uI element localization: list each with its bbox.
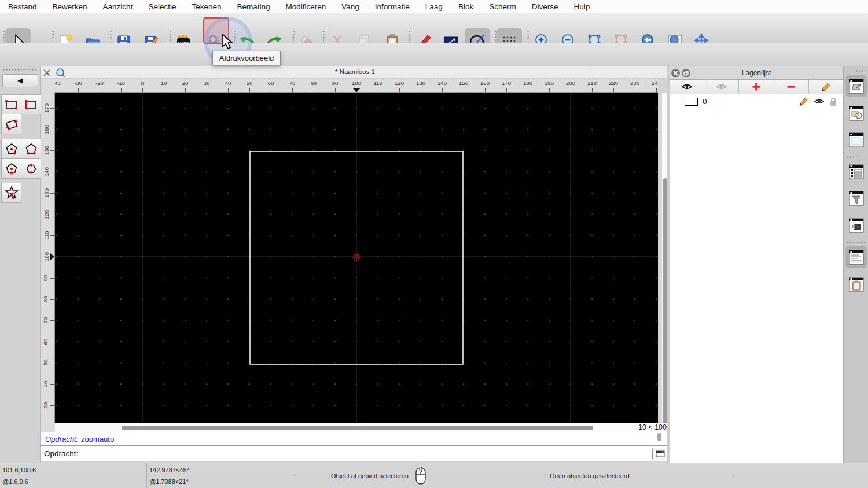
v-ruler-tick: [50, 384, 54, 385]
v-ruler-label: 50: [42, 360, 49, 366]
layer-edit-pencil-icon[interactable]: [799, 97, 809, 106]
block-list-panel-icon: [849, 105, 864, 121]
polygon-2vertices-icon: [24, 142, 39, 157]
menu-item-scherm[interactable]: Scherm: [489, 2, 516, 11]
add-layer-button[interactable]: [739, 80, 774, 94]
menu-item-hulp[interactable]: Hulp: [573, 2, 590, 11]
menu-item-modificeren[interactable]: Modificeren: [286, 2, 326, 11]
drawing-canvas[interactable]: [55, 93, 658, 423]
property-editor-toggle[interactable]: [845, 160, 867, 183]
polygon-center-side-icon: [4, 161, 19, 176]
rect-size-tool[interactable]: [21, 94, 41, 114]
h-ruler-tick: [399, 88, 400, 93]
v-ruler-tick: [50, 299, 54, 300]
horizontal-scrollbar[interactable]: [55, 423, 667, 432]
menu-item-laag[interactable]: Laag: [425, 2, 443, 11]
v-ruler-tick: [50, 235, 54, 236]
h-ruler-tick: [100, 88, 100, 93]
h-ruler-tick: [57, 88, 57, 93]
minus-icon: [786, 82, 796, 91]
layer-list-toggle[interactable]: [845, 75, 867, 97]
h-ruler-label: -20: [95, 80, 104, 86]
h-ruler-label: 20: [182, 80, 189, 86]
h-ruler-label: 240: [652, 80, 658, 86]
polygon-center-side-tool[interactable]: [1, 158, 21, 179]
star-icon: [3, 185, 20, 201]
show-all-layers-button[interactable]: [670, 80, 704, 94]
command-history-scrollbar[interactable]: [657, 433, 661, 441]
polygon-2vertices-tool[interactable]: [21, 139, 41, 159]
menu-item-blok[interactable]: Blok: [458, 2, 473, 11]
menu-item-bemating[interactable]: Bemating: [237, 2, 270, 11]
relative-coordinate: @1.6,0.6: [2, 478, 28, 485]
v-ruler: 17016015014013012011010090807060504030: [41, 93, 55, 423]
menu-item-informatie[interactable]: Informatie: [375, 2, 410, 11]
library-browser-toggle[interactable]: [845, 128, 867, 151]
v-ruler-tick: [50, 193, 54, 194]
dock-toolbar: [843, 66, 868, 463]
command-line-toggle[interactable]: [845, 246, 867, 268]
canvas-graphics: [55, 93, 658, 423]
h-ruler-label: 160: [480, 80, 490, 86]
rect-rotated-tool[interactable]: [1, 114, 21, 134]
polygon-center-vertex-tool[interactable]: [1, 139, 21, 159]
tab-title: * Naamloos 1: [41, 68, 670, 75]
back-button[interactable]: [2, 74, 38, 87]
v-ruler-tick: [50, 150, 54, 151]
tool-palette: [0, 66, 41, 463]
property-editor-panel-icon: [849, 164, 864, 180]
h-ruler-position-marker: [353, 88, 360, 93]
block-list-toggle[interactable]: [845, 102, 867, 124]
menu-item-tekenen[interactable]: Tekenen: [192, 2, 221, 11]
layer-panel-header: Lagenlijst: [670, 66, 843, 80]
menu-bar: BestandBewerkenAanzichtSelectieTekenenBe…: [0, 0, 868, 13]
cursor-arrow-icon: [220, 33, 234, 51]
horizontal-scrollbar-thumb[interactable]: [122, 426, 593, 430]
layer-panel-toolbar: [670, 80, 843, 94]
application-window: BestandBewerkenAanzichtSelectieTekenenBe…: [0, 0, 868, 488]
rect-2corner-tool[interactable]: [1, 94, 21, 114]
layer-lock-icon[interactable]: [829, 97, 837, 106]
v-ruler-tick: [50, 108, 54, 109]
star-tool[interactable]: [1, 183, 21, 203]
h-ruler-tick: [78, 88, 79, 93]
h-ruler-tick: [185, 88, 186, 93]
v-ruler-label: 160: [43, 125, 50, 134]
rect-rotated-icon: [4, 117, 19, 132]
rect-size-icon: [24, 97, 39, 112]
menu-item-vang[interactable]: Vang: [341, 2, 359, 11]
selection-filter-panel-icon: [849, 190, 864, 206]
statusbar-divider: [146, 463, 147, 488]
remove-layer-button[interactable]: [774, 80, 809, 94]
command-window-toggle-button[interactable]: [652, 448, 668, 460]
polygon-side-tool[interactable]: [21, 158, 41, 179]
menu-item-bewerken[interactable]: Bewerken: [53, 2, 87, 11]
h-ruler-tick: [314, 88, 314, 93]
h-ruler-label: 230: [630, 80, 639, 86]
layer-list-panel-icon: [849, 78, 864, 94]
edit-layer-button[interactable]: [809, 80, 843, 94]
view-list-toggle[interactable]: [845, 214, 867, 236]
clipboard-panel-toggle[interactable]: [845, 273, 867, 295]
statusbar-dot: [545, 474, 547, 476]
plus-icon: [752, 82, 761, 91]
v-ruler-label: 40: [42, 381, 49, 387]
h-ruler-tick: [378, 88, 378, 93]
polygon-side-icon: [24, 161, 39, 176]
menu-item-diverse[interactable]: Diverse: [532, 2, 558, 11]
menu-item-aanzicht[interactable]: Aanzicht: [103, 2, 133, 11]
menu-item-selectie[interactable]: Selectie: [148, 2, 176, 11]
h-ruler-tick: [292, 88, 293, 93]
command-input[interactable]: Opdracht:: [41, 445, 670, 461]
h-ruler-label: 200: [566, 80, 575, 86]
h-ruler-label: 70: [289, 80, 296, 86]
layer-row[interactable]: 0: [670, 94, 843, 109]
selection-filter-toggle[interactable]: [845, 187, 867, 209]
v-ruler-tick: [50, 320, 54, 321]
h-ruler-tick: [656, 88, 657, 93]
layer-color-swatch[interactable]: [685, 98, 698, 106]
command-history-label: Opdracht:: [45, 435, 78, 443]
hide-all-layers-button[interactable]: [704, 80, 739, 94]
menu-item-bestand[interactable]: Bestand: [8, 2, 37, 11]
layer-visible-eye-icon[interactable]: [814, 98, 825, 105]
